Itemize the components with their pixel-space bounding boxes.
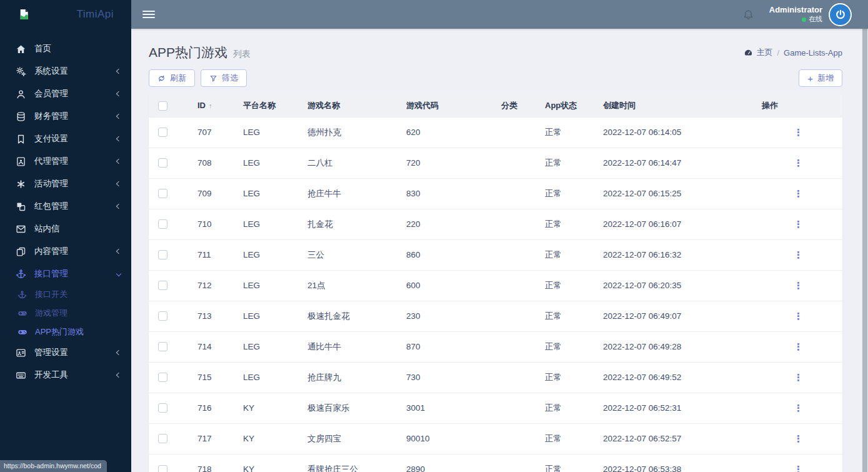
sidebar-item-admin-settings[interactable]: 管理设置: [0, 341, 131, 364]
scrollbar-thumb[interactable]: [862, 29, 867, 472]
cell-platform: KY: [236, 454, 300, 472]
cell-created-at: 2022-12-07 06:52:57: [596, 423, 754, 454]
row-checkbox[interactable]: [158, 311, 167, 321]
row-checkbox[interactable]: [158, 250, 167, 259]
row-actions-kebab-icon[interactable]: ⋮: [794, 433, 803, 444]
sidebar-item-site-mail[interactable]: 站内信: [0, 218, 131, 240]
row-actions-kebab-icon[interactable]: ⋮: [794, 403, 803, 413]
notifications-bell-icon[interactable]: [742, 9, 754, 21]
cell-created-at: 2022-12-07 06:49:52: [596, 362, 754, 393]
row-actions-kebab-icon[interactable]: ⋮: [794, 341, 803, 352]
cell-category: [494, 362, 537, 393]
topbar: Administrator 在线: [131, 0, 868, 29]
sidebar-item-label: 会员管理: [34, 88, 117, 99]
row-actions-kebab-icon[interactable]: ⋮: [794, 219, 803, 229]
cell-game-code: 620: [399, 117, 494, 148]
select-all-checkbox[interactable]: [158, 101, 167, 111]
add-button[interactable]: + 新增: [799, 69, 842, 87]
database-icon: [16, 111, 26, 122]
link-preview-statusbar: https://bob-admin.hwymw.net/cod: [0, 460, 107, 472]
table-row: 712 LEG 21点 600 正常 2022-12-07 06:20:35 ⋮: [149, 270, 842, 301]
cell-app-status: 正常: [537, 423, 596, 454]
row-checkbox[interactable]: [158, 281, 167, 290]
sidebar-subitem-app-hot-games[interactable]: APP热门游戏: [0, 323, 131, 341]
row-actions-kebab-icon[interactable]: ⋮: [794, 158, 803, 168]
col-category[interactable]: 分类: [494, 94, 537, 117]
sidebar-item-home[interactable]: 首页: [0, 38, 131, 60]
sidebar-item-system-settings[interactable]: 系统设置: [0, 60, 131, 83]
col-created-at[interactable]: 创建时间: [596, 94, 754, 117]
row-checkbox[interactable]: [158, 219, 167, 229]
cell-id: 713: [176, 301, 236, 331]
sidebar-menu: 首页 系统设置: [0, 29, 131, 386]
cell-platform: LEG: [236, 209, 300, 239]
user-info[interactable]: Administrator 在线: [769, 5, 822, 24]
row-actions-kebab-icon[interactable]: ⋮: [794, 311, 803, 321]
cell-platform: LEG: [236, 331, 300, 362]
sidebar-toggle-hamburger-icon[interactable]: [142, 9, 155, 20]
breadcrumb-home-link[interactable]: 主页: [744, 47, 772, 58]
logout-power-button[interactable]: [829, 3, 852, 26]
cell-category: [494, 239, 537, 270]
sidebar-item-label: 系统设置: [34, 66, 117, 77]
sidebar-item-dev-tools[interactable]: 开发工具: [0, 364, 131, 386]
cell-category: [494, 148, 537, 178]
row-actions-kebab-icon[interactable]: ⋮: [794, 249, 803, 260]
row-checkbox[interactable]: [158, 373, 167, 382]
row-actions-kebab-icon[interactable]: ⋮: [794, 127, 803, 138]
online-dot-icon: [802, 18, 806, 22]
cell-game-code: 830: [399, 178, 494, 209]
col-game-code[interactable]: 游戏代码: [399, 94, 494, 117]
sidebar-item-agent-management[interactable]: 代理管理: [0, 150, 131, 173]
address-card-icon: [16, 348, 26, 358]
row-checkbox[interactable]: [158, 128, 167, 137]
table-body: 707 LEG 德州扑克 620 正常 2022-12-07 06:14:05 …: [149, 117, 842, 472]
sidebar-item-interface-management[interactable]: 接口管理: [0, 263, 131, 285]
sidebar-item-member-management[interactable]: 会员管理: [0, 83, 131, 105]
cell-category: [494, 117, 537, 148]
row-actions-kebab-icon[interactable]: ⋮: [794, 188, 803, 199]
chevron-left-icon: [116, 204, 121, 209]
sidebar-item-finance-management[interactable]: 财务管理: [0, 105, 131, 128]
row-checkbox[interactable]: [158, 403, 167, 413]
sidebar-item-content-management[interactable]: 内容管理: [0, 240, 131, 263]
row-actions-kebab-icon[interactable]: ⋮: [794, 372, 803, 383]
cell-game-name: 抢庄牛牛: [300, 178, 399, 209]
vertical-scrollbar[interactable]: [862, 29, 868, 472]
cell-id: 712: [176, 270, 236, 301]
row-checkbox[interactable]: [158, 189, 167, 198]
row-checkbox[interactable]: [158, 158, 167, 168]
toolbar: 刷新 筛选 + 新增: [149, 69, 842, 87]
sidebar-item-label: 内容管理: [34, 246, 117, 257]
col-platform[interactable]: 平台名称: [236, 94, 300, 117]
cell-game-name: 21点: [300, 270, 399, 301]
col-game-name[interactable]: 游戏名称: [300, 94, 399, 117]
col-app-status[interactable]: App状态: [537, 94, 596, 117]
row-actions-kebab-icon[interactable]: ⋮: [794, 280, 803, 291]
sidebar-item-redpacket-management[interactable]: 红包管理: [0, 195, 131, 218]
row-actions-kebab-icon[interactable]: ⋮: [794, 464, 803, 472]
row-checkbox[interactable]: [158, 434, 167, 443]
col-id[interactable]: ID↑: [176, 94, 236, 117]
brand[interactable]: TimiApi: [0, 0, 131, 29]
refresh-button[interactable]: 刷新: [149, 69, 195, 87]
cell-platform: LEG: [236, 301, 300, 331]
table-row: 716 KY 极速百家乐 3001 正常 2022-12-07 06:52:31…: [149, 393, 842, 423]
cell-category: [494, 454, 537, 472]
sidebar-subitem-interface-switch[interactable]: 接口开关: [0, 285, 131, 304]
breadcrumb-current[interactable]: Game-Lists-App: [784, 48, 842, 58]
sidebar-item-payment-settings[interactable]: 支付设置: [0, 128, 131, 150]
row-checkbox[interactable]: [158, 342, 167, 351]
row-checkbox[interactable]: [158, 465, 167, 472]
cell-category: [494, 209, 537, 239]
cell-created-at: 2022-12-07 06:53:38: [596, 454, 754, 472]
cell-category: [494, 331, 537, 362]
filter-button[interactable]: 筛选: [201, 69, 247, 87]
user-name: Administrator: [769, 5, 822, 15]
sidebar-subitem-game-management[interactable]: 游戏管理: [0, 304, 131, 323]
sidebar-item-activity-management[interactable]: 活动管理: [0, 173, 131, 195]
envelope-icon: [16, 224, 26, 234]
cell-game-name: 三公: [300, 239, 399, 270]
cell-category: [494, 178, 537, 209]
chevron-left-icon: [116, 350, 121, 355]
